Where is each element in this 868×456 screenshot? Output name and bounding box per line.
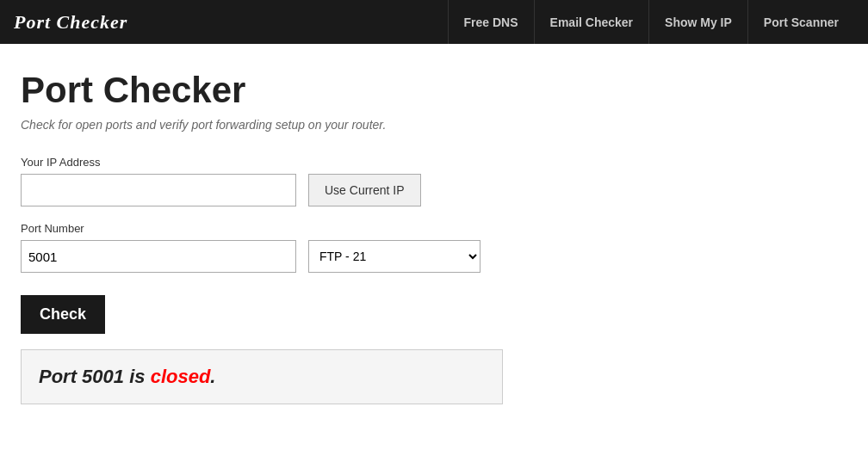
- check-button[interactable]: Check: [21, 295, 105, 334]
- nav-free-dns[interactable]: Free DNS: [448, 0, 534, 44]
- result-prefix: Port 5001 is: [39, 366, 151, 387]
- page-title: Port Checker: [21, 70, 582, 111]
- nav-links: Free DNS Email Checker Show My IP Port S…: [448, 0, 854, 44]
- main-content: Port Checker Check for open ports and ve…: [0, 44, 603, 425]
- ip-form-group: Your IP Address Use Current IP: [21, 156, 582, 206]
- nav-port-scanner[interactable]: Port Scanner: [747, 0, 854, 44]
- port-form-group: Port Number FTP - 21SSH - 22SMTP - 25DNS…: [21, 222, 582, 273]
- site-logo: Port Checker: [14, 11, 448, 34]
- port-row: FTP - 21SSH - 22SMTP - 25DNS - 53HTTP - …: [21, 240, 582, 273]
- page-subtitle: Check for open ports and verify port for…: [21, 118, 582, 132]
- result-text: Port 5001 is closed.: [39, 366, 215, 387]
- navbar: Port Checker Free DNS Email Checker Show…: [0, 0, 868, 44]
- port-label: Port Number: [21, 222, 582, 235]
- nav-show-my-ip[interactable]: Show My IP: [648, 0, 747, 44]
- result-suffix: .: [210, 366, 215, 387]
- port-input[interactable]: [21, 240, 296, 273]
- ip-label: Your IP Address: [21, 156, 582, 169]
- port-select[interactable]: FTP - 21SSH - 22SMTP - 25DNS - 53HTTP - …: [308, 240, 480, 273]
- ip-row: Use Current IP: [21, 174, 582, 206]
- ip-input[interactable]: [21, 174, 296, 206]
- use-current-button[interactable]: Use Current IP: [308, 174, 421, 206]
- result-status: closed: [151, 366, 211, 387]
- nav-email-checker[interactable]: Email Checker: [534, 0, 649, 44]
- result-box: Port 5001 is closed.: [21, 349, 503, 404]
